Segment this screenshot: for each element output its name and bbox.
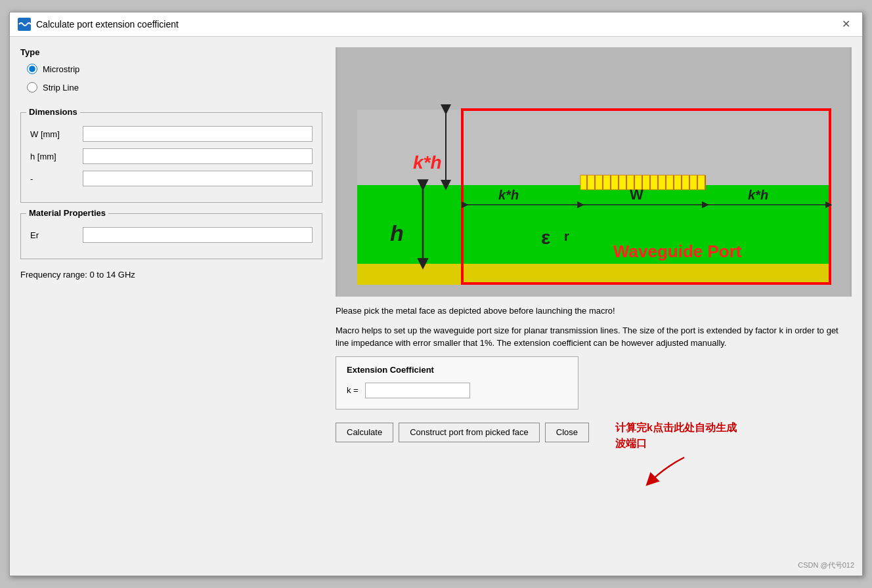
left-panel: Type Microstrip Strip Line Dimensions W … — [20, 47, 322, 489]
calculate-button[interactable]: Calculate — [336, 423, 393, 442]
dimensions-group: Dimensions W [mm] h [mm] - — [20, 112, 322, 203]
radio-microstrip-input[interactable] — [27, 64, 37, 74]
radio-stripline-label: Strip Line — [43, 83, 79, 93]
dialog-title: Calculate port extension coefficient — [36, 19, 179, 30]
watermark-text: CSDN @代号012 — [798, 560, 854, 570]
h-label: h [mm] — [30, 152, 83, 161]
right-panel: k*h h k*h — [336, 47, 852, 489]
svg-text:h: h — [390, 220, 404, 245]
svg-text:Waveguide Port: Waveguide Port — [613, 242, 742, 261]
radio-microstrip-label: Microstrip — [43, 64, 79, 74]
dash-field-row: - — [30, 171, 313, 186]
freq-range-label: Frequency range: 0 to 14 GHz — [20, 270, 322, 280]
k-input[interactable] — [365, 383, 470, 398]
radio-stripline-input[interactable] — [27, 82, 37, 93]
svg-text:W: W — [630, 186, 643, 203]
radio-group: Microstrip Strip Line — [27, 64, 322, 93]
radio-stripline[interactable]: Strip Line — [27, 82, 322, 93]
er-input[interactable] — [83, 227, 313, 243]
button-row: Calculate Construct port from picked fac… — [336, 423, 589, 442]
material-group: Material Properties Er — [20, 213, 322, 259]
type-label: Type — [20, 47, 322, 57]
dimensions-title: Dimensions — [26, 107, 80, 117]
material-title: Material Properties — [26, 208, 108, 218]
construct-button[interactable]: Construct port from picked face — [399, 423, 540, 442]
svg-text:r: r — [564, 229, 569, 243]
svg-text:k*h: k*h — [748, 188, 768, 202]
k-label: k = — [347, 385, 359, 395]
title-bar: Calculate port extension coefficient ✕ — [10, 12, 862, 37]
close-button-bottom[interactable]: Close — [545, 423, 589, 442]
radio-microstrip[interactable]: Microstrip — [27, 64, 322, 74]
w-field-row: W [mm] — [30, 126, 313, 142]
svg-rect-3 — [357, 264, 830, 285]
dash-label: - — [30, 174, 83, 184]
diagram-svg: k*h h k*h — [336, 47, 852, 297]
annotation-text: 计算完k点击此处自动生成波端口 — [615, 420, 747, 452]
svg-rect-4 — [357, 110, 830, 185]
svg-text:k*h: k*h — [413, 152, 442, 173]
wave-icon — [18, 18, 31, 31]
er-field-row: Er — [30, 227, 313, 243]
diagram-container: k*h h k*h — [336, 47, 852, 297]
svg-text:k*h: k*h — [498, 188, 519, 202]
annotation-arrow — [638, 454, 691, 489]
dash-input[interactable] — [83, 171, 313, 186]
dialog-body: Type Microstrip Strip Line Dimensions W … — [10, 37, 862, 499]
dialog-window: Calculate port extension coefficient ✕ T… — [9, 12, 863, 576]
svg-text:ε: ε — [541, 226, 550, 248]
ext-coeff-title: Extension Coefficient — [347, 365, 567, 375]
title-bar-left: Calculate port extension coefficient — [18, 18, 179, 31]
w-input[interactable] — [83, 126, 313, 142]
h-input[interactable] — [83, 148, 313, 164]
k-row: k = — [347, 383, 567, 398]
desc2-text: Macro helps to set up the waveguide port… — [336, 324, 852, 350]
w-label: W [mm] — [30, 129, 83, 139]
desc1-text: Please pick the metal face as depicted a… — [336, 304, 852, 318]
er-label: Er — [30, 230, 83, 240]
close-button[interactable]: ✕ — [838, 18, 854, 31]
ext-coeff-box: Extension Coefficient k = — [336, 356, 578, 410]
h-field-row: h [mm] — [30, 148, 313, 164]
